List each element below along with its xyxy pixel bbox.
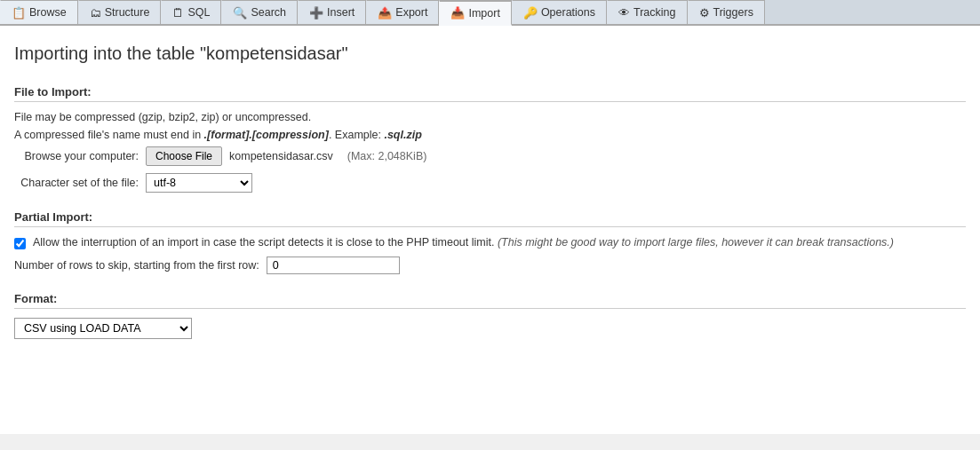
file-to-import-section: File to Import: File may be compressed (… [14,85,966,193]
tracking-tab-icon: 👁 [618,6,630,20]
export-tab-icon: 📤 [378,6,392,20]
tab-bar: 📋Browse🗂Structure🗒SQL🔍Search➕Insert📤Expo… [0,0,980,26]
triggers-tab-label: Triggers [713,6,753,19]
search-tab-icon: 🔍 [233,6,247,20]
rows-skip-label: Number of rows to skip, starting from th… [14,259,259,272]
import-tab-label: Import [468,7,499,20]
tracking-tab-label: Tracking [633,6,675,19]
info-line2-prefix: A compressed file's name must end in [14,129,204,141]
format-section: Format: CSV using LOAD DATACSVSQLXMLJSON… [14,292,966,339]
charset-row: Character set of the file: utf-8utf-16la… [14,173,966,193]
triggers-tab-icon: ⚙ [699,6,710,20]
interrupt-label: Allow the interruption of an import in c… [33,236,966,249]
info-line2-format: .[format].[compression] [204,129,329,141]
partial-import-section: Partial Import: Allow the interruption o… [14,210,966,274]
charset-select[interactable]: utf-8utf-16latin1ascii [146,173,252,193]
interrupt-label-text: Allow the interruption of an import in c… [33,236,494,249]
file-name-display: kompetensidasar.csv [229,150,333,162]
tab-operations[interactable]: 🔑Operations [512,0,607,24]
info-line1: File may be compressed (gzip, bzip2, zip… [14,111,966,123]
search-tab-label: Search [251,6,286,19]
tab-search[interactable]: 🔍Search [221,0,298,24]
rows-skip-input[interactable] [267,257,400,274]
tab-triggers[interactable]: ⚙Triggers [688,0,765,24]
partial-import-header: Partial Import: [14,210,966,227]
operations-tab-icon: 🔑 [523,6,538,20]
browse-row: Browse your computer: Choose File kompet… [14,146,966,166]
format-select[interactable]: CSV using LOAD DATACSVSQLXMLJSONODSXLSX [14,318,192,339]
interrupt-italic: (This might be good way to import large … [498,236,894,249]
export-tab-label: Export [395,6,427,19]
tab-tracking[interactable]: 👁Tracking [607,0,687,24]
browse-tab-label: Browse [29,6,67,19]
choose-file-button[interactable]: Choose File [146,146,222,166]
charset-label: Character set of the file: [14,177,139,189]
max-size-display: (Max: 2,048KiB) [347,150,427,162]
rows-skip-row: Number of rows to skip, starting from th… [14,257,966,274]
import-tab-icon: 📥 [450,6,465,20]
structure-tab-icon: 🗂 [90,6,101,20]
interrupt-checkbox-row: Allow the interruption of an import in c… [14,236,966,249]
tab-import[interactable]: 📥Import [439,0,511,26]
browse-tab-icon: 📋 [12,6,26,20]
info-line2: A compressed file's name must end in .[f… [14,129,966,141]
tab-browse[interactable]: 📋Browse [0,0,78,24]
tab-sql[interactable]: 🗒SQL [161,0,221,24]
page-title: Importing into the table "kompetensidasa… [14,43,966,64]
main-content: Importing into the table "kompetensidasa… [0,26,980,434]
sql-tab-icon: 🗒 [172,6,184,20]
tab-insert[interactable]: ➕Insert [298,0,366,24]
info-line2-suffix: . Example: [329,129,385,141]
sql-tab-label: SQL [187,6,210,19]
format-header: Format: [14,292,966,309]
structure-tab-label: Structure [105,6,150,19]
file-to-import-header: File to Import: [14,85,966,102]
insert-tab-icon: ➕ [309,6,323,20]
operations-tab-label: Operations [541,6,595,19]
tab-structure[interactable]: 🗂Structure [78,0,162,24]
interrupt-checkbox[interactable] [14,238,26,249]
tab-export[interactable]: 📤Export [366,0,439,24]
insert-tab-label: Insert [327,6,355,19]
browse-label: Browse your computer: [14,150,139,162]
info-line2-example: .sql.zip [384,129,421,141]
